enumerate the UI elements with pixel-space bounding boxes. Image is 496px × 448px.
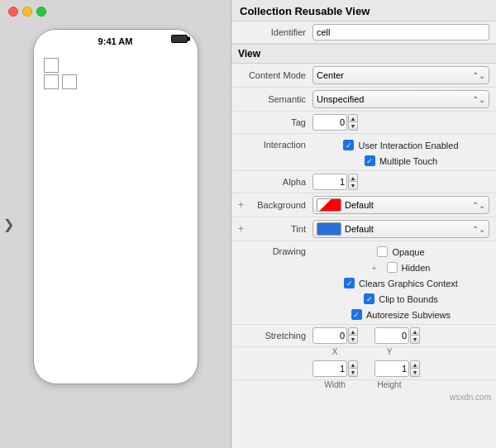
multiple-touch-label: Multiple Touch: [379, 156, 437, 166]
tint-dropdown[interactable]: Default ⌃⌄: [312, 220, 489, 238]
tint-plus-icon[interactable]: +: [238, 223, 250, 235]
left-arrow-icon[interactable]: ❯: [3, 217, 14, 232]
stretching-xy-row: Stretching ▲ ▼ ▲ ▼: [231, 325, 496, 347]
background-content: Default ⌃⌄: [312, 196, 489, 214]
tag-input[interactable]: [312, 114, 347, 131]
stretching-x-increment[interactable]: ▲: [348, 327, 358, 336]
interaction-content: ✓ User Interaction Enabled ✓ Multiple To…: [312, 138, 489, 168]
traffic-lights: [8, 7, 46, 17]
content-mode-content: Center ⌃⌄: [312, 66, 489, 84]
stretching-width-stepper: ▲ ▼: [312, 360, 358, 377]
close-button[interactable]: [8, 7, 18, 17]
tag-row: Tag ▲ ▼: [231, 112, 496, 134]
autoresize-checkbox[interactable]: ✓: [351, 309, 362, 320]
collection-cell-2: [44, 74, 59, 89]
stretching-y-input[interactable]: [374, 327, 409, 344]
drawing-plus-icon[interactable]: +: [372, 263, 384, 273]
alpha-input[interactable]: [312, 174, 347, 190]
tint-content: Default ⌃⌄: [312, 220, 489, 238]
stretching-height-increment[interactable]: ▲: [410, 360, 420, 369]
stretching-width-increment[interactable]: ▲: [348, 360, 358, 369]
hidden-checkbox[interactable]: [387, 262, 398, 273]
inspector-panel: Collection Reusable View Identifier View…: [231, 0, 496, 448]
collection-cell-1: [44, 58, 59, 73]
panel-title: Collection Reusable View: [231, 0, 496, 21]
chevron-down-icon: ⌃⌄: [472, 71, 485, 80]
clip-bounds-row: ✓ Clip to Bounds: [364, 292, 438, 306]
user-interaction-label: User Interaction Enabled: [358, 141, 458, 150]
alpha-increment-button[interactable]: ▲: [348, 174, 358, 182]
semantic-content: Unspecified ⌃⌄: [312, 90, 489, 108]
tint-swatch: Default: [317, 222, 374, 236]
autoresize-row: ✓ Autoresize Subviews: [351, 307, 451, 322]
clears-context-checkbox[interactable]: ✓: [344, 278, 355, 288]
stretching-wh-row: ▲ ▼ ▲ ▼: [231, 358, 496, 380]
user-interaction-checkbox[interactable]: ✓: [343, 140, 354, 150]
tag-stepper-buttons: ▲ ▼: [348, 114, 358, 131]
stretching-wh-content: ▲ ▼ ▲ ▼: [312, 360, 489, 377]
opaque-checkbox[interactable]: [377, 246, 388, 257]
interaction-label: Interaction: [238, 138, 312, 150]
stretching-height-decrement[interactable]: ▼: [410, 369, 420, 377]
view-section-header: View: [231, 44, 496, 64]
stretching-x-decrement[interactable]: ▼: [348, 336, 358, 344]
content-mode-dropdown[interactable]: Center ⌃⌄: [312, 66, 489, 84]
multiple-touch-row: ✓ Multiple Touch: [365, 154, 437, 168]
watermark: wsxdn.com: [231, 391, 496, 403]
stretching-x-input[interactable]: [312, 327, 347, 344]
identifier-row: Identifier: [231, 21, 496, 44]
tag-label: Tag: [238, 117, 312, 127]
maximize-button[interactable]: [36, 7, 46, 17]
tint-row: + Tint Default ⌃⌄: [231, 217, 496, 241]
stretching-y-decrement[interactable]: ▼: [410, 336, 420, 344]
stretching-height-input[interactable]: [374, 360, 409, 377]
content-mode-value: Center: [317, 70, 344, 80]
x-sublabel: X: [312, 347, 357, 356]
phone-frame: 9:41 AM: [33, 29, 198, 384]
chevron-down-icon: ⌃⌄: [472, 95, 485, 104]
tint-color-swatch: [317, 222, 341, 236]
stretching-label: Stretching: [238, 331, 312, 341]
drawing-label: Drawing: [238, 245, 312, 256]
simulator-panel: 9:41 AM ❯: [0, 0, 231, 448]
clip-bounds-label: Clip to Bounds: [379, 294, 438, 304]
alpha-decrement-button[interactable]: ▼: [348, 182, 358, 190]
opaque-row: Opaque: [377, 245, 424, 259]
identifier-input[interactable]: [312, 24, 489, 41]
stretching-xy-inputs: ▲ ▼ ▲ ▼: [312, 327, 420, 344]
user-interaction-row: ✓ User Interaction Enabled: [343, 138, 458, 152]
identifier-content: [312, 24, 489, 41]
stretching-height-buttons: ▲ ▼: [410, 360, 420, 377]
y-sublabel: Y: [367, 347, 412, 356]
stretching-width-buttons: ▲ ▼: [348, 360, 358, 377]
xy-sublabels: X Y: [306, 347, 496, 358]
status-time: 9:41 AM: [98, 36, 133, 46]
tag-stepper: ▲ ▼: [312, 114, 358, 131]
alpha-row: Alpha ▲ ▼: [231, 171, 496, 193]
background-swatch: Default: [317, 198, 374, 212]
background-plus-icon[interactable]: +: [238, 199, 250, 211]
collection-cell-3: [62, 74, 77, 89]
battery-icon: [171, 35, 188, 43]
clip-bounds-checkbox[interactable]: ✓: [364, 293, 374, 304]
multiple-touch-checkbox[interactable]: ✓: [365, 155, 375, 166]
stretching-xy-content: ▲ ▼ ▲ ▼: [312, 327, 489, 344]
tag-increment-button[interactable]: ▲: [348, 114, 358, 122]
phone-content: [34, 50, 198, 66]
stretching-width-input[interactable]: [312, 360, 347, 377]
status-icons: [171, 35, 188, 43]
stretching-x-stepper: ▲ ▼: [312, 327, 358, 344]
alpha-stepper-buttons: ▲ ▼: [348, 174, 358, 190]
semantic-dropdown[interactable]: Unspecified ⌃⌄: [312, 90, 489, 108]
chevron-down-icon: ⌃⌄: [472, 201, 485, 210]
tag-decrement-button[interactable]: ▼: [348, 122, 358, 131]
height-sublabel: Height: [367, 380, 412, 389]
stretching-width-decrement[interactable]: ▼: [348, 369, 358, 377]
interaction-row: Interaction ✓ User Interaction Enabled ✓…: [231, 134, 496, 171]
stretching-y-increment[interactable]: ▲: [410, 327, 420, 336]
minimize-button[interactable]: [22, 7, 32, 17]
background-label: Background: [250, 200, 312, 210]
background-dropdown[interactable]: Default ⌃⌄: [312, 196, 489, 214]
semantic-label: Semantic: [238, 94, 312, 104]
background-color-swatch: [317, 198, 341, 212]
